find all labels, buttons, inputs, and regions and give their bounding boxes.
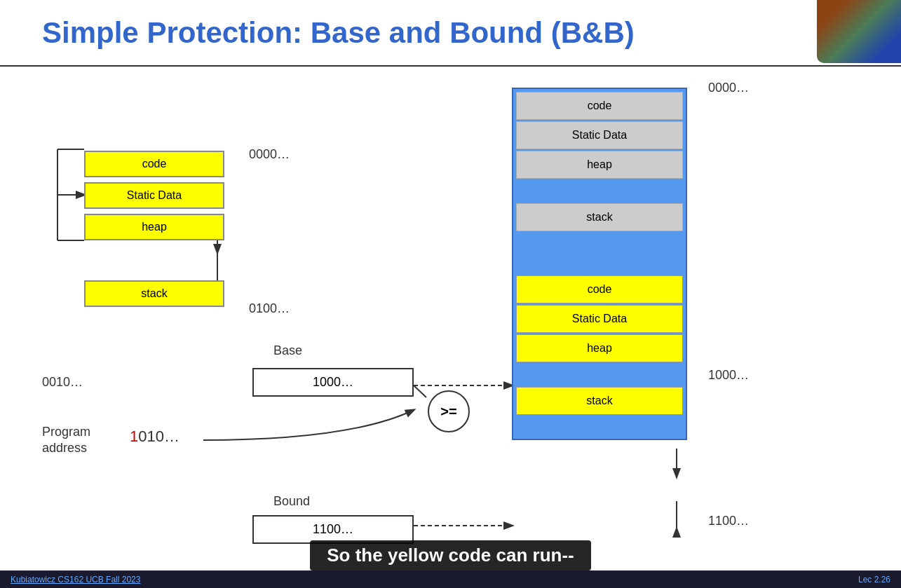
left-staticdata-block: Static Data xyxy=(84,182,224,209)
right-bottom-staticdata: Static Data xyxy=(516,305,683,333)
middle-gap xyxy=(513,234,686,273)
left-addr-0100: 0100… xyxy=(249,301,290,316)
top-bar: Simple Protection: Base and Bound (B&B) xyxy=(0,0,901,67)
right-top-stack: stack xyxy=(516,203,683,231)
left-addr-0010: 0010… xyxy=(42,375,83,390)
bottom-gap-space xyxy=(513,362,686,387)
bottom-right-label: Lec 2.26 xyxy=(858,575,890,584)
right-top-staticdata: Static Data xyxy=(516,121,683,149)
subtitle-text: So the yellow code can run-- xyxy=(310,540,591,570)
right-addr-0000: 0000… xyxy=(708,81,749,95)
svg-line-9 xyxy=(414,385,426,397)
left-stack-block: stack xyxy=(84,280,224,307)
right-top-code: code xyxy=(516,92,683,120)
top-right-image xyxy=(817,0,901,63)
left-addr-0000: 0000… xyxy=(249,147,290,162)
bound-label: Bound xyxy=(273,494,310,509)
right-bottom-stack: stack xyxy=(516,387,683,415)
right-memory-diagram: code Static Data heap stack code Static … xyxy=(512,88,687,440)
program-address-label: Program address xyxy=(42,424,90,457)
program-address-value: 1010… xyxy=(130,428,179,446)
right-addr-1000: 1000… xyxy=(708,368,749,383)
bottom-bar: Kubiatowicz CS162 UCB Fall 2023 Lec 2.26 xyxy=(0,570,901,588)
slide-title: Simple Protection: Base and Bound (B&B) xyxy=(42,16,635,50)
left-code-block: code xyxy=(84,151,224,177)
left-heap-block: heap xyxy=(84,214,224,240)
bound-register-box: 1100… xyxy=(252,515,414,544)
gte-circle: >= xyxy=(428,390,470,432)
right-bottom-code: code xyxy=(516,275,683,303)
base-register-box: 1000… xyxy=(252,368,414,397)
base-label: Base xyxy=(273,343,302,358)
bottom-padding xyxy=(513,418,686,439)
top-gap-space xyxy=(513,179,686,203)
right-top-heap: heap xyxy=(516,151,683,179)
right-addr-1100: 1100… xyxy=(708,514,749,528)
diagram-arrows xyxy=(0,67,901,553)
subtitle-bar: So the yellow code can run-- xyxy=(0,540,901,570)
right-bottom-heap: heap xyxy=(516,334,683,362)
bottom-link[interactable]: Kubiatowicz CS162 UCB Fall 2023 xyxy=(11,575,140,584)
main-content: 0000… code Static Data heap 0100… stack … xyxy=(0,67,901,553)
